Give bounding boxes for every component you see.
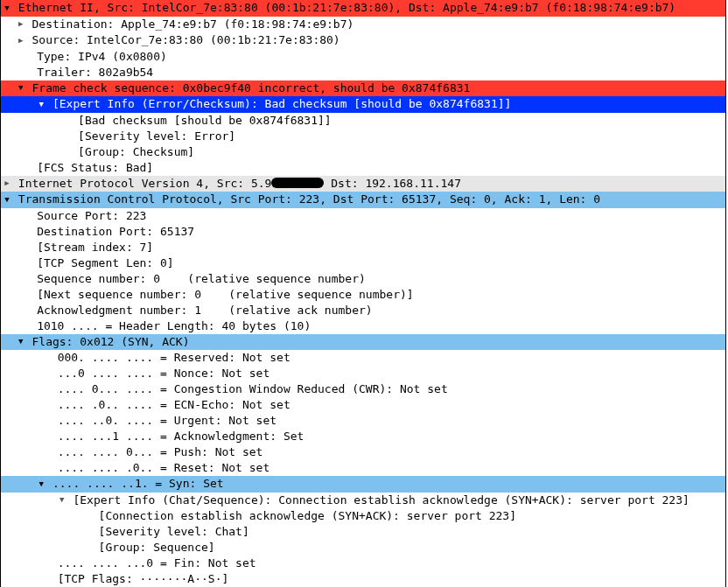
tcp-seq: Sequence number: 0 (relative sequence nu… (37, 272, 366, 285)
flag-cwr: .... 0... .... = Congestion Window Reduc… (58, 382, 448, 395)
tcp-seglen: [TCP Segment Len: 0] (37, 256, 174, 269)
disclosure-down-icon[interactable]: ▼ (3, 192, 11, 207)
disclosure-right-icon[interactable]: ▶ (17, 16, 25, 31)
disclosure-down-icon[interactable]: ▼ (17, 333, 25, 349)
flag-reserved: 000. .... .... = Reserved: Not set (58, 351, 290, 364)
tcp-srcport: Source Port: 223 (37, 209, 146, 222)
eth-type-row[interactable]: Type: IPv4 (0x0800) (1, 49, 725, 65)
syn-expert-hdr: [Expert Info (Chat/Sequence): Connection… (73, 493, 689, 507)
eth-type: Type: IPv4 (0x0800) (37, 50, 167, 63)
tcp-ack-row[interactable]: Acknowledgment number: 1 (relative ack n… (1, 303, 725, 318)
redacted-ip (271, 178, 324, 188)
eth-dst-row[interactable]: ▶ Destination: Apple_74:e9:b7 (f0:18:98:… (1, 17, 725, 33)
disclosure-down-icon[interactable]: ▼ (58, 492, 66, 507)
syn-expert-3-row[interactable]: [Group: Sequence] (1, 540, 725, 556)
eth-fcs-row[interactable]: ▼ Frame check sequence: 0x0bec9f40 incor… (1, 80, 725, 97)
disclosure-down-icon[interactable]: ▼ (3, 0, 11, 16)
flag-reserved-row[interactable]: 000. .... .... = Reserved: Not set (1, 350, 725, 366)
flag-push: .... .... 0... = Push: Not set (58, 445, 263, 458)
tcp-nseq-row[interactable]: [Next sequence number: 0 (relative seque… (1, 287, 725, 303)
tcp-flags-str-row[interactable]: [TCP Flags: ·······A··S·] (1, 571, 725, 587)
ip-header-row[interactable]: ▶ Internet Protocol Version 4, Src: 5.9 … (1, 176, 725, 192)
eth-header-row[interactable]: ▼ Ethernet II, Src: IntelCor_7e:83:80 (0… (1, 0, 725, 17)
eth-expert-hdr: [Expert Info (Error/Checksum): Bad check… (52, 97, 511, 110)
tcp-dstport-row[interactable]: Destination Port: 65137 (1, 224, 725, 240)
flag-ack-row[interactable]: .... ...1 .... = Acknowledgment: Set (1, 429, 725, 444)
flag-reset: .... .... .0.. = Reset: Not set (58, 461, 270, 474)
tcp-dstport: Destination Port: 65137 (37, 225, 194, 238)
flag-cwr-row[interactable]: .... 0... .... = Congestion Window Reduc… (1, 381, 725, 397)
syn-expert-header-row[interactable]: ▼ [Expert Info (Chat/Sequence): Connecti… (1, 493, 725, 509)
tcp-flags-str: [TCP Flags: ·······A··S·] (58, 572, 229, 585)
tcp-seq-row[interactable]: Sequence number: 0 (relative sequence nu… (1, 271, 725, 287)
syn-expert-1: [Connection establish acknowledge (SYN+A… (99, 509, 516, 522)
eth-expert-header-row[interactable]: ▼ [Expert Info (Error/Checksum): Bad che… (1, 96, 725, 113)
eth-src: Source: IntelCor_7e:83:80 (00:1b:21:7e:8… (32, 33, 340, 46)
eth-expert-1-row[interactable]: [Bad checksum [should be 0x874f6831]] (1, 113, 725, 129)
flag-push-row[interactable]: .... .... 0... = Push: Not set (1, 444, 725, 460)
flag-syn-row[interactable]: ▼ .... .... ..1. = Syn: Set (1, 476, 725, 493)
eth-expert-2: [Severity level: Error] (78, 129, 235, 143)
tcp-flags-header-row[interactable]: ▼ Flags: 0x012 (SYN, ACK) (1, 334, 725, 351)
packet-details-panel: ▼ Ethernet II, Src: IntelCor_7e:83:80 (0… (0, 0, 726, 587)
flag-urg-row[interactable]: .... ..0. .... = Urgent: Not set (1, 413, 725, 429)
tcp-header-row[interactable]: ▼ Transmission Control Protocol, Src Por… (1, 192, 725, 208)
flag-fin: .... .... ...0 = Fin: Not set (58, 556, 256, 570)
disclosure-right-icon[interactable]: ▶ (3, 175, 11, 191)
eth-expert-3: [Group: Checksum] (78, 145, 194, 158)
ip-header-post: Dst: 192.168.11.147 (324, 177, 461, 190)
tcp-header: Transmission Control Protocol, Src Port:… (18, 192, 600, 206)
flag-urg: .... ..0. .... = Urgent: Not set (58, 414, 276, 427)
eth-fcs: Frame check sequence: 0x0bec9f40 incorre… (32, 81, 470, 94)
eth-trailer: Trailer: 802a9b54 (37, 66, 153, 79)
tcp-hlen: 1010 .... = Header Length: 40 bytes (10) (37, 319, 311, 332)
flag-nonce: ...0 .... .... = Nonce: Not set (58, 367, 270, 380)
syn-expert-1-row[interactable]: [Connection establish acknowledge (SYN+A… (1, 508, 725, 524)
syn-expert-3: [Group: Sequence] (99, 541, 215, 554)
tcp-flags-header: Flags: 0x012 (SYN, ACK) (32, 335, 189, 348)
eth-src-row[interactable]: ▶ Source: IntelCor_7e:83:80 (00:1b:21:7e… (1, 32, 725, 49)
eth-header: Ethernet II, Src: IntelCor_7e:83:80 (00:… (18, 1, 676, 14)
ip-header-pre: Internet Protocol Version 4, Src: 5.9 (18, 177, 272, 190)
eth-fcs-status-row[interactable]: [FCS Status: Bad] (1, 160, 725, 176)
disclosure-right-icon[interactable]: ▶ (17, 32, 25, 48)
eth-dst: Destination: Apple_74:e9:b7 (f0:18:98:74… (32, 17, 354, 31)
tcp-hlen-row[interactable]: 1010 .... = Header Length: 40 bytes (10) (1, 318, 725, 334)
disclosure-down-icon[interactable]: ▼ (17, 80, 25, 95)
eth-expert-2-row[interactable]: [Severity level: Error] (1, 129, 725, 144)
tcp-ack: Acknowledgment number: 1 (relative ack n… (37, 304, 373, 317)
eth-expert-3-row[interactable]: [Group: Checksum] (1, 144, 725, 160)
eth-expert-1: [Bad checksum [should be 0x874f6831]] (78, 114, 332, 127)
eth-fcs-status: [FCS Status: Bad] (37, 161, 153, 174)
tcp-seglen-row[interactable]: [TCP Segment Len: 0] (1, 255, 725, 271)
flag-nonce-row[interactable]: ...0 .... .... = Nonce: Not set (1, 366, 725, 381)
eth-trailer-row[interactable]: Trailer: 802a9b54 (1, 65, 725, 80)
tcp-stream-row[interactable]: [Stream index: 7] (1, 240, 725, 255)
syn-expert-2-row[interactable]: [Severity level: Chat] (1, 524, 725, 540)
tcp-srcport-row[interactable]: Source Port: 223 (1, 208, 725, 224)
flag-ecn-row[interactable]: .... .0.. .... = ECN-Echo: Not set (1, 397, 725, 413)
tcp-stream: [Stream index: 7] (37, 241, 153, 254)
flag-syn: .... .... ..1. = Syn: Set (52, 477, 224, 490)
flag-reset-row[interactable]: .... .... .0.. = Reset: Not set (1, 460, 725, 476)
disclosure-down-icon[interactable]: ▼ (37, 476, 46, 492)
syn-expert-2: [Severity level: Chat] (99, 525, 249, 538)
flag-ecn: .... .0.. .... = ECN-Echo: Not set (58, 398, 290, 411)
disclosure-down-icon[interactable]: ▼ (37, 96, 46, 112)
flag-fin-row[interactable]: .... .... ...0 = Fin: Not set (1, 556, 725, 571)
flag-ack: .... ...1 .... = Acknowledgment: Set (58, 430, 304, 443)
tcp-nseq: [Next sequence number: 0 (relative seque… (37, 288, 413, 301)
